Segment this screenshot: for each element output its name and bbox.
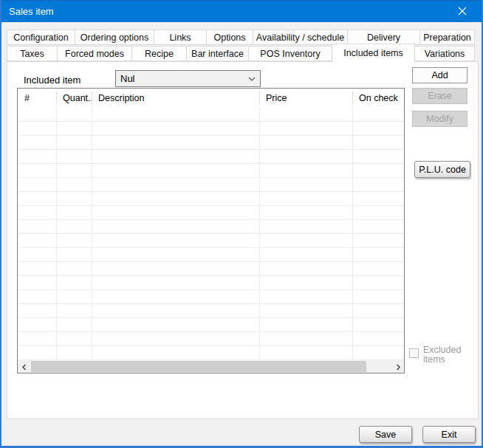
scroll-left-button[interactable]: [18, 360, 30, 373]
included-items-table: #Quant...DescriptionPriceOn check: [17, 88, 405, 373]
table-row[interactable]: [18, 346, 404, 360]
title-bar: Sales item: [0, 0, 483, 22]
table-row[interactable]: [18, 178, 404, 192]
column-grid-line: [92, 108, 92, 360]
tab-included-items[interactable]: Included items: [332, 44, 415, 62]
column-header-quant[interactable]: Quant...: [56, 89, 92, 108]
table-row[interactable]: [18, 276, 404, 290]
column-grid-line: [56, 108, 57, 360]
tab-forced-modes[interactable]: Forced modes: [57, 46, 132, 61]
tab-preparation[interactable]: Preparation: [419, 30, 475, 45]
header-separator: [56, 91, 57, 105]
save-button[interactable]: Save: [359, 426, 412, 443]
modify-button[interactable]: Modify: [412, 111, 467, 127]
included-item-dropdown-value: Nul: [116, 73, 244, 84]
table-row[interactable]: [18, 220, 404, 234]
add-button[interactable]: Add: [412, 67, 467, 83]
chevron-left-icon: [21, 360, 27, 373]
table-row[interactable]: [18, 206, 404, 220]
header-separator: [352, 91, 353, 105]
table-row[interactable]: [18, 108, 404, 122]
excluded-items-checkbox[interactable]: [409, 348, 419, 358]
excluded-items-label: Excluded items: [423, 345, 465, 365]
table-row[interactable]: [18, 262, 404, 276]
table-row[interactable]: [18, 122, 404, 136]
close-icon: [458, 5, 467, 18]
table-row[interactable]: [18, 248, 404, 262]
scroll-right-button[interactable]: [391, 360, 404, 373]
header-separator: [92, 91, 92, 105]
column-grid-line: [352, 108, 353, 360]
footer-bar: Save Exit: [1, 419, 482, 446]
table-row[interactable]: [18, 318, 404, 332]
tab-links[interactable]: Links: [154, 30, 207, 45]
tab-delivery[interactable]: Delivery: [347, 30, 420, 45]
table-body: [18, 108, 404, 360]
column-header-price[interactable]: Price: [259, 89, 352, 108]
included-items-tab-panel: Included item Nul #Quant...DescriptionPr…: [7, 61, 479, 419]
table-row[interactable]: [18, 234, 404, 248]
table-row[interactable]: [18, 304, 404, 318]
table-header: #Quant...DescriptionPriceOn check: [18, 89, 404, 108]
window-title: Sales item: [9, 6, 54, 17]
tab-pos-inventory[interactable]: POS Inventory: [248, 46, 332, 61]
erase-button[interactable]: Erase: [412, 88, 467, 104]
header-separator: [259, 91, 260, 105]
tab-variations[interactable]: Variations: [414, 46, 475, 61]
tab-options[interactable]: Options: [206, 30, 253, 45]
table-row[interactable]: [18, 164, 404, 178]
plu-code-button[interactable]: P.L.U. code: [414, 161, 470, 178]
included-item-label: Included item: [24, 75, 80, 86]
table-row[interactable]: [18, 136, 404, 150]
column-header-number[interactable]: #: [18, 89, 56, 108]
table-row[interactable]: [18, 332, 404, 346]
column-grid-line: [259, 108, 260, 360]
chevron-right-icon: [395, 360, 401, 373]
tab-availability-schedule[interactable]: Availability / schedule: [253, 30, 348, 45]
close-button[interactable]: [448, 1, 477, 23]
tab-recipe[interactable]: Recipe: [131, 46, 187, 61]
column-header-description[interactable]: Description: [92, 89, 259, 108]
tab-configuration[interactable]: Configuration: [7, 30, 75, 45]
sales-item-dialog: Sales item ConfigurationOrdering options…: [0, 0, 483, 448]
table-row[interactable]: [18, 150, 404, 164]
tab-taxes[interactable]: Taxes: [7, 46, 58, 61]
scrollbar-thumb[interactable]: [31, 361, 366, 372]
table-row[interactable]: [18, 192, 404, 206]
table-row[interactable]: [18, 290, 404, 304]
column-header-on-check[interactable]: On check: [352, 89, 404, 108]
tab-bar-interface[interactable]: Bar interface: [186, 46, 249, 61]
tab-row-2: TaxesForced modesRecipeBar interfacePOS …: [7, 46, 474, 61]
tab-ordering-options[interactable]: Ordering options: [75, 30, 154, 45]
included-item-dropdown[interactable]: Nul: [115, 70, 261, 87]
chevron-down-icon: [244, 77, 260, 81]
tab-row-1: ConfigurationOrdering optionsLinksOption…: [7, 30, 474, 45]
exit-button[interactable]: Exit: [422, 426, 476, 443]
horizontal-scrollbar[interactable]: [18, 360, 404, 373]
